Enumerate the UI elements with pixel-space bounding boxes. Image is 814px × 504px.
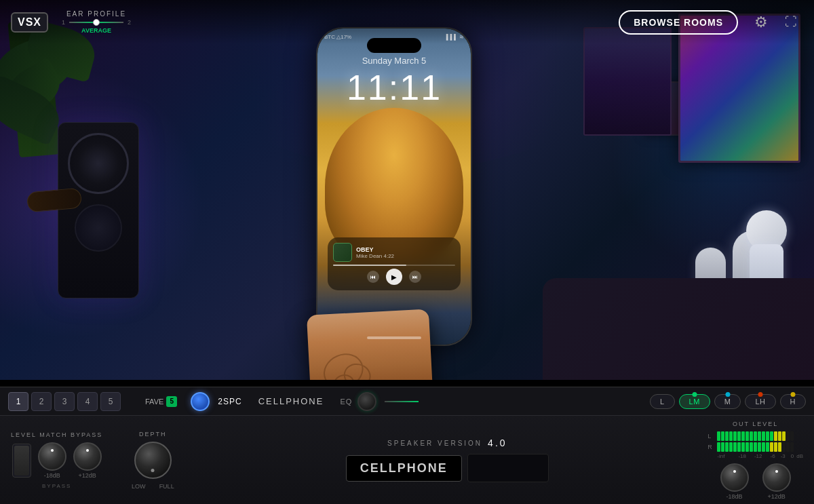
tab-5[interactable]: 5 xyxy=(100,392,121,411)
seg xyxy=(778,431,781,441)
seg xyxy=(790,431,794,441)
lh-led xyxy=(758,392,763,397)
slider-value: AVERAGE xyxy=(81,27,111,34)
slider-track[interactable] xyxy=(69,22,123,23)
seg xyxy=(762,431,765,441)
eq-toggle-knob[interactable] xyxy=(357,392,376,411)
music-rewind-btn[interactable]: ⏮ xyxy=(367,271,379,283)
seg xyxy=(721,442,724,452)
seg xyxy=(733,431,737,441)
ear-profile-slider[interactable]: 1 2 xyxy=(62,19,131,26)
speaker-version-section: SPEAKER VERSION 4.0 CELLPHONE xyxy=(203,438,691,482)
seg xyxy=(721,431,724,441)
music-title: OBEY xyxy=(356,246,394,253)
browse-rooms-button[interactable]: BROWSE ROOMS xyxy=(619,10,738,35)
2spc-toggle[interactable]: 2SPC xyxy=(191,392,244,411)
seg xyxy=(754,431,757,441)
tab-2[interactable]: 2 xyxy=(31,392,52,411)
ear-profile: EAR PROFILE 1 2 AVERAGE xyxy=(62,10,131,34)
phone-music-widget: OBEY Mike Dean 4:22 ⏮ ▶ ⏭ xyxy=(328,237,461,290)
seg xyxy=(750,442,753,452)
main-controls: LEVEL MATCH BYPASS -18dB xyxy=(0,416,814,504)
depth-full: FULL xyxy=(159,483,174,490)
level-meter: L xyxy=(708,431,803,459)
seg xyxy=(782,442,786,452)
phone-date: Sunday March 5 xyxy=(317,56,471,66)
depth-label: DEPTH xyxy=(139,431,167,438)
filter-L-button[interactable]: L xyxy=(650,394,675,409)
level-ch-R: R xyxy=(708,444,714,450)
depth-knob[interactable] xyxy=(134,442,172,479)
out-knob-left-dot xyxy=(733,470,736,473)
seg xyxy=(741,442,745,452)
seg xyxy=(725,442,729,452)
filter-buttons: L LM M LH H xyxy=(650,394,806,409)
seg xyxy=(762,442,765,452)
2spc-label: 2SPC xyxy=(218,397,241,406)
bypass-switch[interactable] xyxy=(12,444,31,478)
seg xyxy=(745,431,749,441)
speaker-box-empty xyxy=(467,454,549,482)
seg xyxy=(745,442,749,452)
meter-bar-R xyxy=(717,442,794,452)
phone-home-indicator xyxy=(367,336,421,339)
out-level-label: OUT LEVEL xyxy=(733,421,778,427)
phone-time: 11:11 xyxy=(317,67,471,108)
tab-4[interactable]: 4 xyxy=(77,392,98,411)
music-forward-btn[interactable]: ⏭ xyxy=(409,271,421,283)
knob-dot-2 xyxy=(86,449,89,452)
speaker-label-bar: CELLPHONE xyxy=(258,396,324,406)
knob-left-label: -18dB xyxy=(44,472,60,479)
speaker-display: CELLPHONE xyxy=(346,454,549,482)
out-level-section: OUT LEVEL L xyxy=(708,421,803,500)
seg xyxy=(717,442,720,452)
knob-right-label: +12dB xyxy=(79,472,96,479)
level-row-L: L xyxy=(708,431,803,441)
seg xyxy=(729,442,733,452)
expand-icon: ⛶ xyxy=(785,15,797,29)
out-knob-left[interactable] xyxy=(720,463,749,492)
seg xyxy=(737,431,741,441)
seg xyxy=(786,431,790,441)
speaker-version-num: 4.0 xyxy=(488,438,507,448)
h-led xyxy=(790,392,795,397)
gear-icon: ⚙ xyxy=(754,14,768,31)
speaker-name-box: CELLPHONE xyxy=(346,455,462,482)
filter-LH-wrapper: LH xyxy=(745,394,775,409)
fave-badge: FAVE 5 xyxy=(145,396,177,407)
seg xyxy=(741,431,745,441)
level-ch-L: L xyxy=(708,433,714,440)
level-knob-right[interactable] xyxy=(73,442,102,471)
tab-1[interactable]: 1 xyxy=(8,392,28,411)
seg xyxy=(774,442,777,452)
level-row-R: R xyxy=(708,442,803,452)
vsx-logo: VSX xyxy=(11,12,48,33)
m-led xyxy=(725,392,730,397)
seg xyxy=(786,442,790,452)
filter-LM-wrapper: LM xyxy=(679,394,710,409)
knob-right-group: +12dB xyxy=(73,442,102,479)
meter-bar-L xyxy=(717,431,794,441)
fave-number: 5 xyxy=(166,396,177,407)
tab-3[interactable]: 3 xyxy=(54,392,75,411)
out-knob-right[interactable] xyxy=(762,463,791,492)
depth-section: DEPTH LOW FULL xyxy=(119,431,187,490)
ear-profile-label: EAR PROFILE xyxy=(66,10,126,18)
seg xyxy=(758,442,761,452)
seg xyxy=(729,431,733,441)
seg xyxy=(782,431,786,441)
seg xyxy=(770,431,773,441)
2spc-knob[interactable] xyxy=(191,392,210,411)
out-knob-row: -18dB +12dB xyxy=(720,463,791,500)
music-play-btn[interactable]: ▶ xyxy=(386,269,402,285)
seg xyxy=(725,431,729,441)
control-bar: 1 2 3 4 5 FAVE 5 2SPC CELLPHONE EQ xyxy=(0,387,814,504)
seg xyxy=(737,442,741,452)
level-knob-left[interactable] xyxy=(38,442,66,471)
settings-button[interactable]: ⚙ xyxy=(749,10,773,35)
filter-M-wrapper: M xyxy=(714,394,741,409)
expand-button[interactable]: ⛶ xyxy=(779,10,803,35)
slider-thumb[interactable] xyxy=(93,19,100,26)
knob-dot xyxy=(51,449,54,452)
seg xyxy=(750,431,753,441)
